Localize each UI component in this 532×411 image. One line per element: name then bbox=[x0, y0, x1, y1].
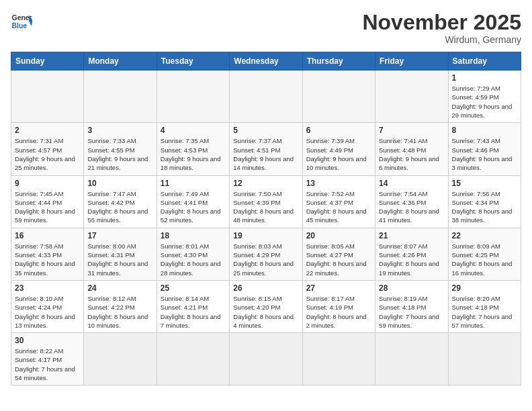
day-number: 11 bbox=[161, 179, 226, 188]
day-info: Sunrise: 7:50 AM Sunset: 4:39 PM Dayligh… bbox=[233, 189, 298, 225]
day-info: Sunrise: 7:35 AM Sunset: 4:53 PM Dayligh… bbox=[161, 136, 226, 172]
day-info: Sunrise: 7:56 AM Sunset: 4:34 PM Dayligh… bbox=[452, 189, 517, 225]
day-cell bbox=[375, 71, 448, 123]
day-cell: 19Sunrise: 8:03 AM Sunset: 4:29 PM Dayli… bbox=[230, 228, 302, 280]
day-cell: 1Sunrise: 7:29 AM Sunset: 4:59 PM Daylig… bbox=[448, 71, 521, 123]
day-number: 18 bbox=[161, 231, 226, 240]
day-info: Sunrise: 7:58 AM Sunset: 4:33 PM Dayligh… bbox=[15, 242, 80, 277]
day-cell: 25Sunrise: 8:14 AM Sunset: 4:21 PM Dayli… bbox=[157, 280, 229, 332]
day-cell: 8Sunrise: 7:43 AM Sunset: 4:46 PM Daylig… bbox=[448, 123, 521, 175]
day-header-saturday: Saturday bbox=[448, 52, 521, 71]
day-info: Sunrise: 8:07 AM Sunset: 4:26 PM Dayligh… bbox=[379, 242, 444, 277]
month-title: November 2025 bbox=[362, 11, 521, 34]
logo-icon: General Blue bbox=[11, 11, 32, 32]
day-number: 14 bbox=[379, 179, 444, 188]
day-cell: 9Sunrise: 7:45 AM Sunset: 4:44 PM Daylig… bbox=[11, 175, 84, 228]
day-header-monday: Monday bbox=[84, 52, 157, 71]
calendar-table: SundayMondayTuesdayWednesdayThursdayFrid… bbox=[11, 52, 521, 385]
day-info: Sunrise: 7:37 AM Sunset: 4:51 PM Dayligh… bbox=[233, 136, 298, 172]
day-number: 25 bbox=[161, 283, 226, 293]
day-header-friday: Friday bbox=[375, 52, 448, 71]
day-number: 24 bbox=[87, 283, 152, 293]
day-number: 19 bbox=[233, 231, 298, 240]
day-info: Sunrise: 8:17 AM Sunset: 4:19 PM Dayligh… bbox=[306, 294, 371, 330]
day-number: 10 bbox=[87, 179, 152, 188]
day-cell: 28Sunrise: 8:19 AM Sunset: 4:18 PM Dayli… bbox=[375, 280, 448, 332]
day-info: Sunrise: 8:09 AM Sunset: 4:25 PM Dayligh… bbox=[452, 242, 517, 277]
day-info: Sunrise: 8:22 AM Sunset: 4:17 PM Dayligh… bbox=[15, 347, 80, 382]
day-header-thursday: Thursday bbox=[302, 52, 375, 71]
day-cell: 17Sunrise: 8:00 AM Sunset: 4:31 PM Dayli… bbox=[84, 228, 157, 280]
day-info: Sunrise: 8:12 AM Sunset: 4:22 PM Dayligh… bbox=[87, 294, 152, 330]
day-number: 8 bbox=[452, 126, 517, 135]
svg-text:Blue: Blue bbox=[12, 22, 28, 30]
day-info: Sunrise: 7:54 AM Sunset: 4:36 PM Dayligh… bbox=[379, 189, 444, 225]
day-cell bbox=[84, 333, 157, 385]
week-row-4: 16Sunrise: 7:58 AM Sunset: 4:33 PM Dayli… bbox=[11, 228, 521, 280]
day-number: 17 bbox=[87, 231, 152, 240]
day-header-tuesday: Tuesday bbox=[157, 52, 229, 71]
day-info: Sunrise: 8:05 AM Sunset: 4:27 PM Dayligh… bbox=[306, 242, 371, 277]
day-number: 22 bbox=[452, 231, 517, 240]
day-cell: 10Sunrise: 7:47 AM Sunset: 4:42 PM Dayli… bbox=[84, 175, 157, 228]
day-number: 29 bbox=[452, 283, 517, 293]
day-info: Sunrise: 8:00 AM Sunset: 4:31 PM Dayligh… bbox=[87, 242, 152, 277]
day-cell: 12Sunrise: 7:50 AM Sunset: 4:39 PM Dayli… bbox=[230, 175, 302, 228]
day-cell bbox=[84, 71, 157, 123]
day-number: 28 bbox=[379, 283, 444, 293]
day-cell: 11Sunrise: 7:49 AM Sunset: 4:41 PM Dayli… bbox=[157, 175, 229, 228]
day-cell bbox=[448, 333, 521, 385]
day-cell bbox=[11, 71, 84, 123]
day-cell: 30Sunrise: 8:22 AM Sunset: 4:17 PM Dayli… bbox=[11, 333, 84, 385]
day-info: Sunrise: 8:19 AM Sunset: 4:18 PM Dayligh… bbox=[379, 294, 444, 330]
day-cell: 15Sunrise: 7:56 AM Sunset: 4:34 PM Dayli… bbox=[448, 175, 521, 228]
day-cell: 4Sunrise: 7:35 AM Sunset: 4:53 PM Daylig… bbox=[157, 123, 229, 175]
title-section: November 2025 Wirdum, Germany bbox=[362, 11, 521, 45]
day-number: 4 bbox=[161, 126, 226, 135]
day-cell: 29Sunrise: 8:20 AM Sunset: 4:18 PM Dayli… bbox=[448, 280, 521, 332]
day-number: 16 bbox=[15, 231, 80, 240]
day-number: 26 bbox=[233, 283, 298, 293]
day-cell: 3Sunrise: 7:33 AM Sunset: 4:55 PM Daylig… bbox=[84, 123, 157, 175]
day-info: Sunrise: 7:43 AM Sunset: 4:46 PM Dayligh… bbox=[452, 136, 517, 172]
day-cell: 24Sunrise: 8:12 AM Sunset: 4:22 PM Dayli… bbox=[84, 280, 157, 332]
days-header-row: SundayMondayTuesdayWednesdayThursdayFrid… bbox=[11, 52, 521, 71]
day-cell: 5Sunrise: 7:37 AM Sunset: 4:51 PM Daylig… bbox=[230, 123, 302, 175]
header: General Blue November 2025 Wirdum, Germa… bbox=[11, 11, 521, 45]
day-cell: 26Sunrise: 8:15 AM Sunset: 4:20 PM Dayli… bbox=[230, 280, 302, 332]
day-cell: 18Sunrise: 8:01 AM Sunset: 4:30 PM Dayli… bbox=[157, 228, 229, 280]
day-number: 9 bbox=[15, 179, 80, 188]
day-cell: 22Sunrise: 8:09 AM Sunset: 4:25 PM Dayli… bbox=[448, 228, 521, 280]
day-number: 5 bbox=[233, 126, 298, 135]
day-cell: 14Sunrise: 7:54 AM Sunset: 4:36 PM Dayli… bbox=[375, 175, 448, 228]
day-number: 2 bbox=[15, 126, 80, 135]
day-cell: 13Sunrise: 7:52 AM Sunset: 4:37 PM Dayli… bbox=[302, 175, 375, 228]
day-cell: 23Sunrise: 8:10 AM Sunset: 4:24 PM Dayli… bbox=[11, 280, 84, 332]
day-cell bbox=[230, 71, 302, 123]
day-info: Sunrise: 7:31 AM Sunset: 4:57 PM Dayligh… bbox=[15, 136, 80, 172]
day-info: Sunrise: 8:20 AM Sunset: 4:18 PM Dayligh… bbox=[452, 294, 517, 330]
day-info: Sunrise: 7:49 AM Sunset: 4:41 PM Dayligh… bbox=[161, 189, 226, 225]
day-cell bbox=[302, 333, 375, 385]
day-cell: 27Sunrise: 8:17 AM Sunset: 4:19 PM Dayli… bbox=[302, 280, 375, 332]
day-info: Sunrise: 7:39 AM Sunset: 4:49 PM Dayligh… bbox=[306, 136, 371, 172]
day-cell: 7Sunrise: 7:41 AM Sunset: 4:48 PM Daylig… bbox=[375, 123, 448, 175]
day-cell bbox=[375, 333, 448, 385]
day-cell: 20Sunrise: 8:05 AM Sunset: 4:27 PM Dayli… bbox=[302, 228, 375, 280]
day-cell bbox=[302, 71, 375, 123]
day-number: 6 bbox=[306, 126, 371, 135]
week-row-1: 1Sunrise: 7:29 AM Sunset: 4:59 PM Daylig… bbox=[11, 71, 521, 123]
day-cell: 2Sunrise: 7:31 AM Sunset: 4:57 PM Daylig… bbox=[11, 123, 84, 175]
day-info: Sunrise: 7:47 AM Sunset: 4:42 PM Dayligh… bbox=[87, 189, 152, 225]
day-info: Sunrise: 7:41 AM Sunset: 4:48 PM Dayligh… bbox=[379, 136, 444, 172]
day-number: 20 bbox=[306, 231, 371, 240]
day-cell: 6Sunrise: 7:39 AM Sunset: 4:49 PM Daylig… bbox=[302, 123, 375, 175]
day-number: 7 bbox=[379, 126, 444, 135]
week-row-3: 9Sunrise: 7:45 AM Sunset: 4:44 PM Daylig… bbox=[11, 175, 521, 228]
day-header-sunday: Sunday bbox=[11, 52, 84, 71]
day-number: 21 bbox=[379, 231, 444, 240]
day-number: 27 bbox=[306, 283, 371, 293]
day-number: 15 bbox=[452, 179, 517, 188]
day-number: 3 bbox=[87, 126, 152, 135]
day-number: 13 bbox=[306, 179, 371, 188]
